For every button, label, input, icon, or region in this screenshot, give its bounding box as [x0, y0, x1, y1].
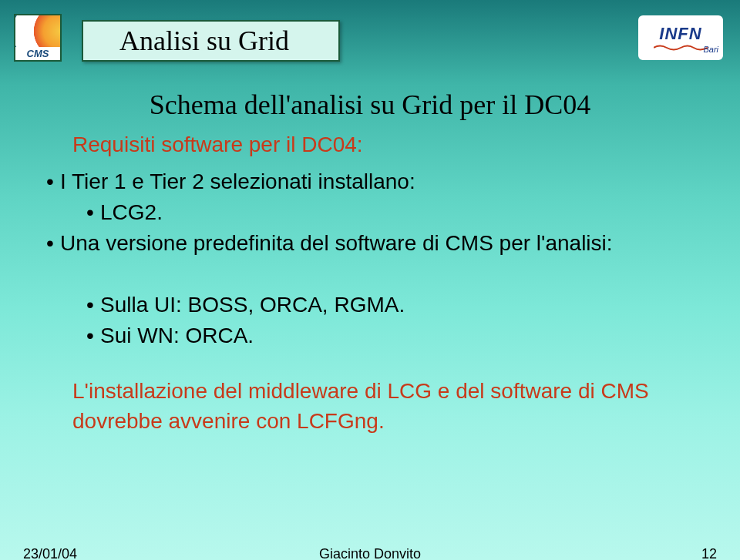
footer-date: 23/01/04 [23, 546, 77, 560]
cms-logo-graphic [15, 15, 60, 47]
cms-logo: CMS [14, 14, 62, 62]
bullet-sub-3: Sui WN: ORCA. [100, 324, 254, 348]
bullet-sub-2: Sulla UI: BOSS, ORCA, RGMA. [100, 293, 405, 317]
slide-subtitle: Schema dell'analisi su Grid per il DC04 [0, 89, 740, 121]
footer-author: Giacinto Donvito [319, 546, 421, 560]
section-heading: Requisiti software per il DC04: [72, 132, 363, 157]
cms-logo-text: CMS [15, 47, 60, 60]
footer-page: 12 [701, 546, 717, 560]
bullet-sub-1: LCG2. [100, 200, 163, 225]
bullet-main-2: Una versione predefinita del software di… [60, 231, 613, 256]
bullet-main-1: I Tier 1 e Tier 2 selezionati installano… [60, 169, 415, 194]
infn-wave-icon [654, 44, 708, 52]
slide-title: Analisi su Grid [119, 25, 289, 57]
infn-location: Bari [703, 45, 718, 54]
highlight-text: L'installazione del middleware di LCG e … [72, 376, 694, 436]
infn-logo: INFN Bari [638, 15, 723, 60]
infn-logo-text: INFN [659, 24, 701, 44]
